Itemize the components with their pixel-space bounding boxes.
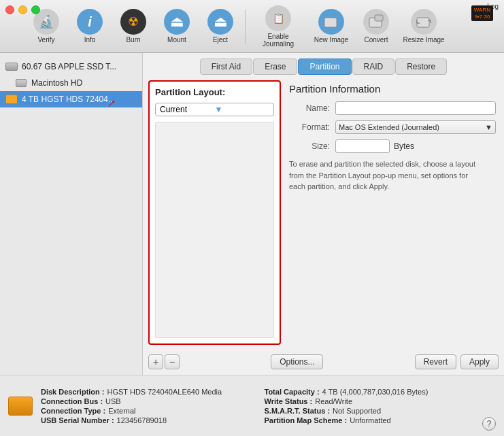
toolbar-item-burn[interactable]: ☢ Burn [114,9,152,44]
usb-icon [5,93,18,105]
name-label: Name: [289,103,330,113]
svg-rect-4 [375,15,383,21]
format-value: Mac OS Extended (Journaled) [339,123,439,131]
format-arrow-icon: ▼ [485,123,492,131]
options-button[interactable]: Options... [271,354,323,369]
resize-label: Resize Image [403,36,444,44]
total-capacity-val: 4 TB (4,000,787,030,016 Bytes) [322,388,429,396]
help-button[interactable]: ? [482,417,496,431]
smart-status-key: S.M.A.R.T. Status : [265,407,331,415]
log-size: 9▪7:36 [474,14,490,20]
partition-description: To erase and partition the selected disk… [289,158,480,192]
usb-serial-val: 123456789018 [117,416,167,424]
svg-rect-5 [417,18,429,27]
resize-icon [411,9,437,35]
tab-partition[interactable]: Partition [298,58,351,75]
toolbar-item-mount[interactable]: ⏏ Mount [158,9,196,44]
toolbar-item-info[interactable]: i Info [71,9,109,44]
partition-info-title: Partition Information [289,83,496,95]
disk-description-row: Disk Description : HGST HDS 724040ALE640… [41,388,251,396]
total-capacity-row: Total Capacity : 4 TB (4,000,787,030,016… [265,388,475,396]
burn-label: Burn [126,36,140,44]
total-capacity-key: Total Capacity : [265,388,320,396]
toolbar-item-resize[interactable]: Resize Image [401,9,447,44]
format-select[interactable]: Mac OS Extended (Journaled) ▼ [335,120,496,134]
sidebar-item-hgst-label: 4 TB HGST HDS 72404... [22,95,115,104]
warning-text: WARN9▪7:36 [474,7,490,20]
connection-bus-key: Connection Bus : [41,397,103,405]
hd-icon [15,77,27,89]
remove-partition-button[interactable]: − [165,354,180,369]
main-content: 60.67 GB APPLE SSD T... Macintosh HD 4 T… [0,53,504,375]
journal-label: Enable Journaling [251,33,305,48]
mount-icon: ⏏ [164,9,190,35]
format-row: Format: Mac OS Extended (Journaled) ▼ [289,120,496,134]
newimage-icon [318,9,344,35]
options-spacer: Options... [180,354,415,369]
info-label: Info [84,36,96,44]
toolbar-separator [245,10,246,44]
log-warning: WARN9▪7:36 [471,5,493,21]
newimage-label: New Image [314,36,349,44]
add-partition-button[interactable]: + [148,354,163,369]
partition-map-key: Partition Map Scheme : [265,416,348,424]
partition-layout-label: Partition Layout: [155,87,274,97]
sidebar: 60.67 GB APPLE SSD T... Macintosh HD 4 T… [0,53,143,375]
toolbar-item-eject[interactable]: ⏏ Eject [201,9,239,44]
write-status-val: Read/Write [315,397,352,405]
tab-raid[interactable]: RAID [352,58,395,75]
tab-first-aid[interactable]: First Aid [200,58,252,75]
connection-type-key: Connection Type : [41,407,105,415]
toolbar-item-convert[interactable]: Convert [357,9,395,44]
revert-apply-group: Revert Apply [415,354,499,369]
partition-layout-value: Current [160,105,215,114]
size-input[interactable] [335,139,390,153]
size-row: Size: Bytes [289,139,496,153]
verify-label: Verify [37,36,54,44]
partition-area [155,122,274,338]
size-unit: Bytes [394,141,414,151]
status-info: Disk Description : HGST HDS 724040ALE640… [41,388,474,424]
journal-icon: 📋 [265,5,291,31]
smart-status-row: S.M.A.R.T. Status : Not Supported [265,407,475,415]
sidebar-item-hgst[interactable]: 4 TB HGST HDS 72404... [0,91,142,107]
partition-layout-panel: Partition Layout: Current ▼ [148,80,281,345]
status-bar: Disk Description : HGST HDS 724040ALE640… [0,375,504,436]
partition-info-panel: Partition Information Name: Format: Mac … [286,80,499,345]
usb-serial-key: USB Serial Number : [41,416,114,424]
convert-icon [363,9,389,35]
connection-bus-val: USB [105,397,121,405]
sidebar-item-apple-ssd-label: 60.67 GB APPLE SSD T... [22,62,116,71]
partition-map-row: Partition Map Scheme : Unformatted [265,416,475,424]
name-input[interactable] [335,101,496,115]
partition-content: Partition Layout: Current ▼ Partition In… [148,80,499,345]
revert-button[interactable]: Revert [415,354,456,369]
name-row: Name: [289,101,496,115]
disk-description-key: Disk Description : [41,388,105,396]
sidebar-item-macintosh-hd-label: Macintosh HD [31,78,82,88]
tab-restore[interactable]: Restore [395,58,447,75]
eject-label: Eject [213,36,228,44]
toolbar-item-journal[interactable]: 📋 Enable Journaling [251,5,305,48]
write-status-row: Write Status : Read/Write [265,397,475,405]
connection-bus-row: Connection Bus : USB [41,397,251,405]
sidebar-item-apple-ssd[interactable]: 60.67 GB APPLE SSD T... [0,58,142,75]
partition-layout-select[interactable]: Current ▼ [155,103,274,116]
close-button[interactable] [5,5,14,14]
convert-label: Convert [364,36,388,44]
sidebar-item-macintosh-hd[interactable]: Macintosh HD [0,75,142,91]
minimize-button[interactable] [18,5,27,14]
info-icon: i [77,9,103,35]
toolbar-item-newimage[interactable]: New Image [311,9,352,44]
svg-rect-0 [324,18,337,27]
connection-type-val: External [108,407,135,415]
right-panel: First Aid Erase Partition RAID Restore P… [143,53,504,375]
disk-icon [5,61,18,73]
burn-icon: ☢ [120,9,146,35]
connection-type-row: Connection Type : External [41,407,251,415]
tab-erase[interactable]: Erase [253,58,297,75]
format-label: Format: [289,122,330,132]
apply-button[interactable]: Apply [460,354,499,369]
maximize-button[interactable] [31,5,40,14]
eject-icon: ⏏ [207,9,233,35]
